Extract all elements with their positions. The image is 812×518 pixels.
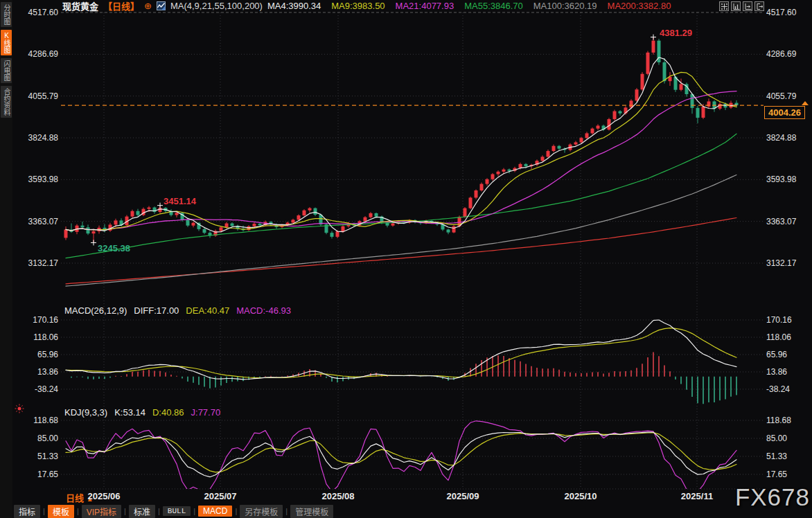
macd-tick-right: 118.06 [766, 332, 809, 342]
macd-series [66, 320, 736, 404]
kdj-tick-left: 118.68 [21, 416, 58, 425]
macd-legend: MACD(26,12,9) DIFF:17.00 DEA:40.47 MACD:… [64, 305, 291, 316]
ma-value-3: MA21:4077.93 [396, 1, 454, 11]
price-tick-left: 3824.88 [21, 133, 58, 143]
price-tick-right: 3132.17 [766, 258, 809, 268]
kdj-params: KDJ(9,3,3) [64, 407, 107, 418]
toolbar-separator: | [158, 507, 160, 515]
macd-tick-left: -38.24 [21, 384, 58, 394]
x-axis-label-2025-09: 2025/09 [447, 491, 479, 501]
toolbar-item-4[interactable]: 标准 [129, 505, 155, 518]
macd-tick-left: 118.06 [21, 332, 58, 342]
add-indicator-icon[interactable]: ⊕ [144, 1, 152, 11]
x-axis-label-2025-06: 2025/06 [88, 491, 121, 501]
macd-macd-value: MACD:-46.93 [236, 305, 291, 316]
indicator-chart-icon[interactable] [157, 1, 166, 10]
extreme-cross-marker [651, 35, 656, 40]
macd-tick-left: 13.86 [21, 367, 58, 377]
kdj-tick-right: 118.68 [766, 416, 809, 425]
ma-value-5: MA100:3620.19 [533, 1, 597, 11]
toolbar-separator: | [193, 507, 195, 515]
may-low-annotation: 3245.38 [98, 243, 130, 253]
price-tick-left: 4055.79 [21, 91, 58, 101]
kdj-legend: KDJ(9,3,3) K:53.14 D:40.86 J:77.70 [64, 407, 220, 418]
x-axis-label-2025-11: 2025/11 [681, 491, 713, 501]
kdj-k-value: K:53.14 [114, 407, 145, 418]
macd-dea-value: DEA:40.47 [186, 305, 229, 316]
watermark: FX678 [735, 483, 810, 511]
last-price-tag: 4004.26 [764, 106, 805, 119]
toolbar-separator: | [77, 507, 79, 515]
price-tick-right: 4286.69 [766, 49, 809, 59]
kdj-tick-right: 51.33 [766, 452, 809, 461]
kdj-j-value: J:77.70 [191, 407, 221, 418]
sidebar-tab-3[interactable]: 闪电图 [1, 58, 12, 83]
chart-title-bar: 现货黄金 【日线】 ⊕ MA(4,9,21,55,100,200) MA4:39… [62, 1, 673, 11]
sidebar-tab-4[interactable]: 合约资料 [1, 86, 12, 118]
price-tick-right: 4055.79 [766, 91, 809, 101]
toolbar-separator: | [285, 507, 288, 515]
x-axis-label-2025-10: 2025/10 [565, 491, 597, 501]
chart-type-sidebar: 分时图K线图闪电图合约资料 [0, 0, 12, 518]
kdj-tick-left: 51.33 [21, 452, 58, 461]
axis-scale-icon[interactable] [731, 1, 741, 11]
price-tag-arrow-icon [802, 101, 809, 105]
extreme-cross-marker [157, 203, 163, 208]
toolbar-item-3[interactable]: VIP指标 [82, 505, 121, 518]
toolbar-item-2[interactable]: 模板 [48, 505, 74, 518]
macd-tick-left: 170.16 [21, 315, 58, 325]
toolbar-item-6[interactable]: MACD [198, 506, 232, 517]
toolbar-item-8[interactable]: 管理模板 [290, 505, 333, 518]
toolbar-item-5[interactable]: BULL [163, 506, 191, 516]
kdj-tick-right: 85.00 [766, 434, 809, 443]
toolbar-separator: | [235, 507, 237, 515]
extreme-cross-marker [91, 240, 96, 245]
exit-chart-icon[interactable] [754, 1, 764, 11]
macd-params: MACD(26,12,9) [64, 305, 127, 316]
crosshair-icon[interactable] [719, 1, 729, 11]
price-tick-left: 4286.69 [21, 49, 58, 59]
ma-legend: MA4:3990.34MA9:3983.50MA21:4077.93MA55:3… [267, 1, 673, 11]
toolbar-item-1[interactable]: 指标 [14, 505, 40, 518]
symbol-title: 现货黄金 [62, 0, 98, 12]
template-toolbar: 指标|模板|VIP指标|标准|BULL|MACD|另存模板|管理模板 [14, 505, 333, 517]
ma-settings-label: MA(4,9,21,55,100,200) [170, 1, 263, 11]
toolbar-item-7[interactable]: 另存模板 [240, 505, 283, 518]
price-tick-left: 3132.17 [21, 258, 58, 268]
chart-tools [719, 1, 764, 11]
sidebar-tab-2[interactable]: K线图 [1, 30, 12, 55]
trading-app-window: 分时图K线图闪电图合约资料 现货黄金 【日线】 ⊕ MA(4,9,21,55,1… [0, 0, 812, 518]
macd-tick-right: 13.86 [766, 367, 809, 377]
june-high-annotation: 3451.14 [164, 196, 196, 206]
price-tick-right: 3363.07 [766, 217, 809, 226]
period-tag: 【日线】 [103, 0, 139, 12]
ma-value-4: MA55:3846.70 [464, 1, 523, 11]
x-axis-label-2025-08: 2025/08 [322, 491, 355, 501]
price-tick-left: 3593.98 [21, 175, 58, 184]
kdj-tick-left: 85.00 [21, 434, 58, 443]
price-tick-left: 3363.07 [21, 217, 58, 226]
ma-value-2: MA9:3983.50 [331, 1, 385, 11]
kdj-d-value: D:40.86 [152, 407, 184, 418]
kdj-tick-left: 17.65 [21, 470, 58, 479]
macd-tick-left: 65.96 [21, 350, 58, 359]
price-tick-right: 3593.98 [766, 175, 809, 184]
sidebar-tab-1[interactable]: 分时图 [1, 2, 12, 27]
period-selector-label: 日线 [66, 493, 84, 503]
toolbar-separator: | [124, 507, 126, 515]
candlestick-series [64, 37, 739, 287]
price-tick-right: 3824.88 [766, 133, 809, 143]
macd-tick-right: -38.24 [766, 384, 809, 394]
price-tick-left: 4517.60 [21, 8, 58, 17]
macd-tick-right: 170.16 [766, 315, 809, 325]
ma-value-6: MA200:3382.80 [608, 1, 671, 11]
ma-value-1: MA4:3990.34 [267, 1, 321, 11]
chart-canvas[interactable] [0, 0, 812, 518]
peak-price-annotation: 4381.29 [660, 28, 692, 38]
toolbar-separator: | [43, 507, 45, 515]
kdj-tick-right: 17.65 [766, 470, 809, 479]
axis-pan-icon[interactable] [743, 1, 752, 11]
x-axis-label-2025-07: 2025/07 [204, 491, 237, 501]
price-tick-right: 4517.60 [766, 8, 809, 17]
alert-sun-icon [15, 404, 24, 413]
